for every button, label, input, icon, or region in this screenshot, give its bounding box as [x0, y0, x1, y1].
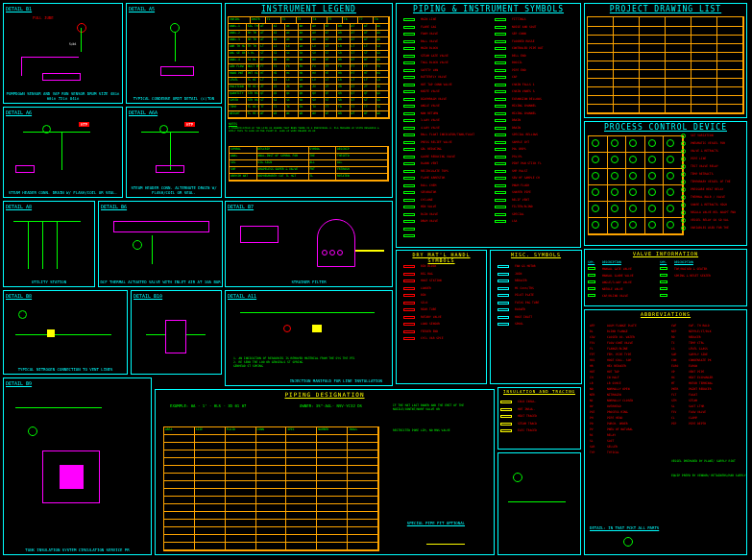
symbol-row: SHAPER PIPE [512, 190, 579, 198]
symbol-row: JOIN [515, 272, 539, 280]
symbol-row: FEEDER END [421, 329, 443, 337]
abbr-row: TYPTYPICAL [590, 450, 665, 456]
lh8: T7 [358, 17, 374, 23]
detail-a6-label: DETAIL A6 [6, 110, 32, 115]
a6a-drop [170, 132, 171, 170]
pd-row [164, 481, 378, 489]
pdh0 [588, 17, 614, 26]
pcd-desc: SAT VARIATION [691, 134, 744, 141]
symbol-row: FAN GS MOTOR [515, 264, 539, 272]
detail-b6-label: DETAIL B6 [101, 204, 127, 209]
symbol-row: BLANK VENT [421, 161, 488, 169]
valve-info-header: VALVE INFORMATION [585, 250, 746, 257]
legend-row: ANAL-4S1 HLOTOIOCOKOVOTOROTOTOX [229, 58, 389, 64]
legend-row: SPEEDSTR RSSTSISCSKSVSTSRSTSTSX [229, 98, 389, 105]
symbol-row: SEW HF SAMPLE CH [512, 176, 579, 183]
pdc2: FLUID [226, 427, 256, 434]
pd-row [164, 435, 378, 443]
symbol-row: HEAT TRACED [518, 414, 537, 422]
abbreviations-header: ABBREVIATIONS [585, 310, 746, 318]
pn3: GENHEAD ST SPRING [233, 364, 263, 368]
pdl-row [588, 44, 743, 53]
symbol-row: PSV/PL [512, 155, 579, 162]
valve-body: MANUAL GATE VALVETOP/RAISED & SEATERMANU… [588, 267, 743, 301]
detail-b9-label: DETAIL B9 [6, 380, 32, 386]
pdl-row [588, 79, 743, 87]
b7-caption: STRAINER FILTER [226, 280, 392, 284]
symbol-row [421, 233, 488, 241]
symbol-row: COLD INSUL. [518, 400, 537, 407]
a6a-caption: STEAM HEADER CONN. ALTERNATE DRAIN W/ FL… [127, 185, 221, 195]
pd-row [164, 489, 378, 497]
legend-hdr: VARIBL INSTR T1 T2 T3 T4 T5 T6 T7 T8 [229, 17, 389, 24]
b8-y [47, 329, 55, 337]
vi-c2: DESCRIPTION [602, 260, 660, 264]
b10-out [186, 334, 206, 335]
detail-b1-label: DETAIL B1 [6, 6, 32, 12]
symbol-row: PNUM FLUSH [512, 183, 579, 191]
symbol-row: MC Conn/TRS [515, 286, 539, 294]
symbol-row: MIN VALVE [421, 205, 488, 212]
symbol-row: HOT INSUL. [518, 407, 537, 415]
symbol-row: CHAIN VANES S [512, 89, 579, 97]
lh5: T4 [312, 17, 327, 23]
legend-row: POSITIONTR HI RSZTZIZCZKZVZTZRZTZTZX [229, 85, 389, 91]
a5-trap [160, 66, 194, 76]
lh4: T3 [297, 17, 312, 23]
b7-box [240, 226, 279, 243]
symbol-row: FLOORED RUSSE [512, 39, 579, 47]
b1-pump-v [21, 57, 22, 76]
panel-piping-designation: PIPING DESIGNATION EXAMPLE: 0A - 1' - HL… [155, 389, 495, 555]
panel-detail-a6a: DETAIL A6A HTP STEAM HEADER CONN. ALTERN… [126, 107, 222, 198]
symbol-row: ELEC TRACED [518, 428, 537, 436]
b1-full-jube: FULL JUBE [33, 15, 54, 20]
symbol-row: GLOBE REDUCING VALVE [421, 155, 488, 162]
symbol-row: FLEXS PAG TUBE [515, 301, 539, 308]
symbol-row: SEP CONN [512, 32, 579, 39]
panel-dry-matl: DRY MAT'L HANDL SYMBOLS BIN BLOCKBIG BAG… [396, 250, 487, 384]
pd-row [164, 474, 378, 481]
pdh4 [691, 17, 717, 26]
detail-a8-label: DETAIL A8 [6, 204, 32, 209]
symbol-row: CAP [512, 75, 579, 83]
pd-table: AREA SIZE FLUID CONN SPEC NUMBER INSUL [163, 426, 379, 551]
pd-row [164, 497, 378, 504]
legend2-row: SHPSHAPELESS SUPER & VALVEFRTFRTROSH [230, 167, 388, 174]
lh6: T5 [327, 17, 343, 23]
lt2h3: DESCRIP [336, 147, 388, 153]
dry-matl-header: DRY MAT'L HANDL SYMBOLS [397, 251, 486, 264]
b1-caption: PUMPDOWN SENSOR AND VAP RUN SENSOR DRUM … [4, 91, 122, 101]
symbol-row: REDUCER [515, 279, 539, 286]
symbol-row: CYCLONE [421, 198, 488, 206]
pd-example: EXAMPLE: 0A - 1' - HLS - 3D 01 07 [170, 403, 246, 408]
symbol-row: REAR TUBE [421, 307, 443, 315]
pcd-table [588, 135, 684, 235]
pdc1: SIZE [195, 427, 226, 434]
legend-row: ANR TH HLTH THLTLILCLKLVLTLRLTLTLX [229, 44, 389, 51]
symbol-row: DRAIN [512, 126, 579, 134]
symbol-row: BIG BAG [421, 272, 443, 280]
abbr-col1: AFPALUM FLANGE PLATEBLBLIND FLANGECCWCLO… [590, 324, 665, 456]
symbol-row: FLARE GAS [421, 25, 488, 33]
panel-detail-a6: DETAIL A6 HTP STEAM HEADER CONN. DRAIN W… [3, 107, 123, 198]
a8-d3 [57, 221, 58, 269]
panel-detail-b10: DETAIL B10 [131, 290, 222, 375]
pcd-desc: PIPE LINE [691, 157, 744, 164]
symbol-row: PIPE END [512, 68, 579, 76]
symbol-row: BIN [421, 293, 443, 301]
pd-row [164, 458, 378, 466]
a6-caption: STEAM HEADER CONN. DRAIN W/ FLASH/COIL O… [4, 190, 122, 195]
b1-pump-body [21, 57, 79, 58]
pdh3 [666, 17, 691, 26]
a5-stem [175, 33, 176, 61]
abbr-sub: EQUIP PREPD BY VENDOR/ RETAINERS/MAR SUP… [671, 474, 746, 477]
pdc5: NUMBER [317, 427, 348, 434]
symbol-row: STEAM TRACD [518, 422, 537, 429]
b9-h [15, 407, 102, 408]
a11-v1 [283, 325, 291, 332]
symbol-row: SPOOL [515, 322, 539, 329]
b10-in [146, 334, 165, 335]
panel-misc-symbols: MISC. SYMBOLS FAN GS MOTORJOINREDUCERMC … [490, 250, 582, 384]
symbol-row: SAFETY VAN [421, 68, 488, 76]
symbol-row: NON RETURN [421, 111, 488, 119]
